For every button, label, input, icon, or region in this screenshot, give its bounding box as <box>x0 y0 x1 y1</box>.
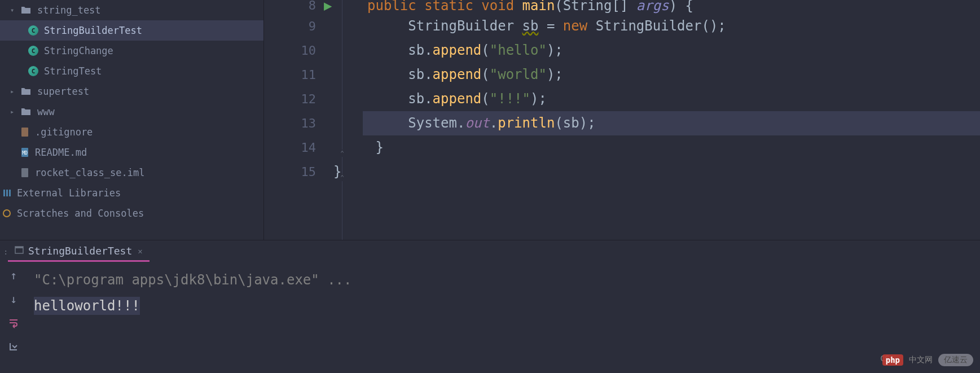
code-line[interactable]: StringBuilder sb = new StringBuilder(); <box>363 14 980 38</box>
fold-mark-close-icon[interactable]: ⌃ <box>339 150 346 157</box>
class-icon: C <box>28 66 38 76</box>
tree-item-label: string_test <box>37 5 101 16</box>
svg-point-7 <box>3 210 10 217</box>
scratches-icon <box>2 209 11 218</box>
tree-external-libraries[interactable]: External Libraries <box>0 183 263 203</box>
console-output[interactable]: "C:\program apps\jdk8\bin\java.exe" ... … <box>27 263 980 373</box>
folder-icon <box>20 107 32 116</box>
code-line[interactable]: } <box>363 160 980 184</box>
run-tabs: : StringBuilderTest ✕ <box>0 240 980 263</box>
code-line[interactable]: sb.append("hello"); <box>363 38 980 63</box>
code-area[interactable]: public static void main(String[] args) {… <box>363 0 980 240</box>
svg-rect-0 <box>21 128 28 137</box>
tree-item-label: www <box>37 106 55 117</box>
line-number: 10 <box>264 38 326 63</box>
tree-folder-www[interactable]: ▸ www <box>0 102 263 122</box>
line-number-gutter: 8 9 10 11 12 13 14 15 <box>264 0 326 240</box>
code-line[interactable]: sb.append("!!!"); <box>363 87 980 111</box>
tree-item-label: StringChange <box>44 45 113 56</box>
folder-icon <box>20 6 32 15</box>
svg-rect-6 <box>9 190 11 196</box>
chevron-right-icon: ▸ <box>10 87 20 95</box>
library-icon <box>2 188 11 198</box>
run-gutter: ▶ <box>326 0 337 240</box>
code-editor[interactable]: 8 9 10 11 12 13 14 15 ▶ ⌃ ⌃ public stati… <box>264 0 980 240</box>
line-number: 15 <box>264 160 326 184</box>
tree-item-label: supertest <box>37 86 89 97</box>
console-output-line: helloworld!!! <box>34 293 973 319</box>
watermark-cs: CS <box>880 354 890 363</box>
tree-folder-supertest[interactable]: ▸ supertest <box>0 81 263 102</box>
class-icon: C <box>28 46 38 56</box>
close-icon[interactable]: ✕ <box>138 247 142 256</box>
tree-class-stringbuildertest[interactable]: C StringBuilderTest <box>0 20 263 41</box>
tree-item-label: StringBuilderTest <box>44 25 142 36</box>
tree-item-label: .gitignore <box>35 126 93 138</box>
svg-rect-5 <box>6 190 8 196</box>
line-number: 13 <box>264 111 326 135</box>
line-number: 9 <box>264 14 326 38</box>
scroll-to-end-button[interactable] <box>6 339 21 354</box>
fold-mark-close-icon[interactable]: ⌃ <box>339 174 346 181</box>
markdown-icon: MD <box>20 147 29 157</box>
run-toolbar: ↑ ↓ <box>0 263 27 373</box>
tree-file-gitignore[interactable]: .gitignore <box>0 122 263 142</box>
tree-item-label: rocket_class_se.iml <box>35 167 144 178</box>
tree-class-stringchange[interactable]: C StringChange <box>0 41 263 61</box>
svg-text:MD: MD <box>22 151 28 156</box>
run-icon[interactable]: ▶ <box>324 0 332 14</box>
tree-item-label: External Libraries <box>17 187 121 199</box>
tree-item-label: README.md <box>35 147 87 158</box>
tree-file-iml[interactable]: rocket_class_se.iml <box>0 163 263 183</box>
line-number: 12 <box>264 87 326 111</box>
chevron-down-icon: ▾ <box>10 6 20 14</box>
iml-icon <box>20 168 29 178</box>
tree-class-stringtest[interactable]: C StringTest <box>0 61 263 81</box>
tree-item-label: Scratches and Consoles <box>17 208 144 219</box>
line-number: 14 <box>264 135 326 160</box>
tree-folder-string-test[interactable]: ▾ string_test <box>0 0 263 20</box>
code-line[interactable]: } <box>363 135 980 160</box>
line-number: 11 <box>264 63 326 87</box>
code-line[interactable]: System.out.println(sb); <box>363 111 980 135</box>
gitignore-icon <box>20 127 29 137</box>
folder-icon <box>20 87 32 96</box>
project-tree[interactable]: ▾ string_test C StringBuilderTest C Stri… <box>0 0 264 240</box>
svg-rect-9 <box>15 247 23 248</box>
run-tab[interactable]: StringBuilderTest ✕ <box>8 242 150 262</box>
class-icon: C <box>28 25 38 36</box>
soft-wrap-button[interactable] <box>6 315 21 331</box>
tree-item-label: StringTest <box>44 65 102 77</box>
svg-rect-3 <box>21 168 28 177</box>
application-icon <box>15 245 24 257</box>
fold-gutter: ⌃ ⌃ <box>337 0 363 240</box>
run-tab-label: StringBuilderTest <box>28 245 132 257</box>
run-panel: : StringBuilderTest ✕ ↑ ↓ "C:\program ap… <box>0 240 980 373</box>
line-number: 8 <box>264 0 326 14</box>
console-command: "C:\program apps\jdk8\bin\java.exe" ... <box>34 267 973 293</box>
svg-rect-4 <box>3 190 5 196</box>
code-line[interactable]: public static void main(String[] args) { <box>363 0 980 14</box>
scroll-down-button[interactable]: ↓ <box>6 291 21 307</box>
chevron-right-icon: ▸ <box>10 108 20 116</box>
tree-file-readme[interactable]: MD README.md <box>0 142 263 163</box>
scroll-up-button[interactable]: ↑ <box>6 267 21 283</box>
code-line[interactable]: sb.append("world"); <box>363 63 980 87</box>
tree-scratches[interactable]: Scratches and Consoles <box>0 203 263 223</box>
